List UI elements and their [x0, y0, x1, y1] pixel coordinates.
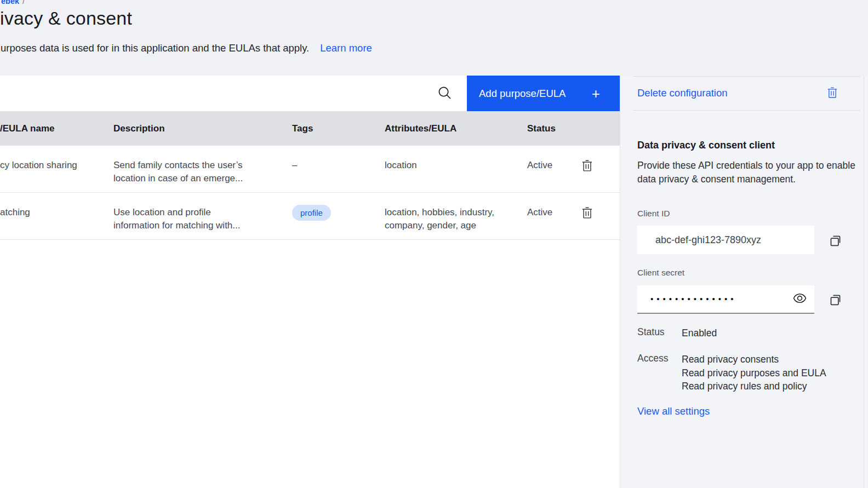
- copy-client-secret-button[interactable]: [828, 293, 842, 307]
- copy-icon: [829, 300, 842, 308]
- attributes-line: location: [385, 159, 514, 172]
- access-values: Read privacy consents Read privacy purpo…: [682, 353, 826, 393]
- plus-icon: +: [592, 87, 600, 101]
- column-header-status: Status: [527, 123, 580, 134]
- table-header-row: /EULA name Description Tags Attributes/E…: [0, 111, 620, 146]
- trash-icon: [581, 213, 593, 221]
- client-secret-field[interactable]: ••••••••••••••: [637, 285, 814, 314]
- tag-pill: profile: [292, 205, 331, 221]
- search-icon: [438, 86, 452, 102]
- description-line: Use location and profile: [113, 206, 279, 219]
- delete-row-button[interactable]: [581, 206, 593, 221]
- access-row: Access Read privacy consents Read privac…: [637, 353, 826, 393]
- purpose-name: atching: [0, 206, 113, 219]
- purpose-tags: profile: [292, 206, 385, 221]
- column-header-eula-name: /EULA name: [0, 123, 113, 134]
- page-subtitle: urposes data is used for in this applica…: [1, 42, 309, 54]
- client-id-field[interactable]: abc-def-ghi123-7890xyz: [637, 226, 814, 254]
- purpose-name: cy location sharing: [0, 159, 113, 172]
- main-content: Add purpose/EULA + /EULA name Descriptio…: [0, 76, 620, 488]
- section-description: Provide these API credentials to your ap…: [637, 159, 855, 186]
- breadcrumb[interactable]: ebek/: [1, 0, 25, 5]
- access-label: Access: [637, 353, 682, 393]
- breadcrumb-separator: /: [22, 0, 25, 5]
- show-secret-button[interactable]: [793, 291, 807, 307]
- purpose-attributes: location, hobbies, industry, company, ge…: [385, 206, 527, 232]
- section-heading: Data privacy & consent client: [637, 140, 775, 151]
- attributes-line: location, hobbies, industry,: [385, 206, 514, 219]
- attributes-line: company, gender, age: [385, 219, 514, 232]
- view-all-settings-link[interactable]: View all settings: [637, 405, 710, 417]
- table-row[interactable]: cy location sharing Send family contacts…: [0, 146, 620, 193]
- column-header-description: Description: [113, 123, 292, 134]
- page-subtitle-row: urposes data is used for in this applica…: [1, 42, 372, 54]
- purpose-description: Send family contacts the user’s location…: [113, 159, 292, 185]
- purpose-attributes: location: [385, 159, 527, 172]
- row-actions: [580, 206, 620, 223]
- breadcrumb-link[interactable]: ebek: [1, 0, 19, 5]
- scrollbar-track[interactable]: [864, 76, 864, 488]
- trash-icon: [581, 165, 593, 174]
- description-line: location in case of an emerge...: [113, 172, 279, 185]
- copy-client-id-button[interactable]: [828, 234, 842, 248]
- client-secret-label: Client secret: [637, 268, 684, 278]
- status-value: Enabled: [682, 326, 717, 340]
- copy-icon: [829, 241, 842, 249]
- side-panel: Delete configuration Data privacy & cons…: [620, 76, 868, 488]
- column-header-tags: Tags: [292, 123, 385, 134]
- add-purpose-eula-label: Add purpose/EULA: [479, 88, 566, 100]
- eye-icon: [793, 291, 807, 307]
- delete-row-button[interactable]: [581, 159, 593, 174]
- description-line: information for matching with...: [113, 219, 279, 232]
- table-row[interactable]: atching Use location and profile informa…: [0, 193, 620, 240]
- status-row: Status Enabled: [637, 326, 717, 340]
- status-value: Active: [527, 206, 580, 219]
- client-id-label: Client ID: [637, 209, 670, 219]
- page-title: ivacy & consent: [0, 8, 132, 29]
- purpose-tags: –: [292, 159, 385, 172]
- access-value-line: Read privacy purposes and EULA: [682, 366, 826, 380]
- description-line: Send family contacts the user’s: [113, 159, 279, 172]
- learn-more-link[interactable]: Learn more: [320, 42, 372, 54]
- client-credentials-section: Data privacy & consent client Provide th…: [637, 76, 838, 488]
- status-label: Status: [637, 326, 682, 340]
- purpose-description: Use location and profile information for…: [113, 206, 292, 232]
- column-header-attributes: Attributes/EULA: [385, 123, 527, 134]
- table-toolbar: Add purpose/EULA +: [0, 76, 620, 111]
- search-button[interactable]: [431, 80, 459, 107]
- access-value-line: Read privacy consents: [682, 353, 826, 366]
- row-actions: [580, 159, 620, 176]
- access-value-line: Read privacy rules and policy: [682, 380, 826, 393]
- client-secret-masked-value: ••••••••••••••: [650, 295, 793, 304]
- add-purpose-eula-button[interactable]: Add purpose/EULA +: [467, 76, 620, 111]
- status-value: Active: [527, 159, 580, 172]
